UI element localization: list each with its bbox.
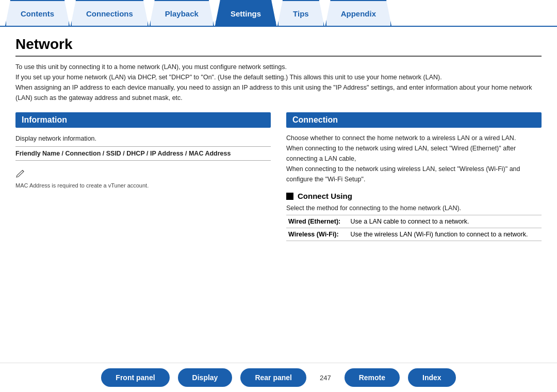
connection-line-1: Choose whether to connect the home netwo… <box>286 134 516 142</box>
information-body: Display network information. Friendly Na… <box>15 133 271 191</box>
connection-body: Choose whether to connect the home netwo… <box>286 133 542 184</box>
index-button[interactable]: Index <box>408 368 456 387</box>
information-section: Information Display network information.… <box>15 112 271 191</box>
tab-connections[interactable]: Connections <box>71 0 149 26</box>
rear-panel-button[interactable]: Rear panel <box>240 368 306 387</box>
mac-note: MAC Address is required to create a vTun… <box>15 182 271 189</box>
wired-desc: Use a LAN cable to connect to a network. <box>349 215 542 228</box>
front-panel-button[interactable]: Front panel <box>101 368 169 387</box>
fields-label: Friendly Name / Connection / SSID / DHCP… <box>15 146 271 161</box>
wireless-label: Wireless (Wi-Fi): <box>286 228 349 241</box>
page-number: 247 <box>315 374 336 382</box>
main-content: Network To use this unit by connecting i… <box>0 27 557 363</box>
connect-desc: Select the method for connecting to the … <box>286 204 542 212</box>
bottom-navigation: Front panel Display Rear panel 247 Remot… <box>0 363 557 392</box>
tab-playback[interactable]: Playback <box>150 0 214 26</box>
wired-label: Wired (Ethernet): <box>286 215 349 228</box>
connection-line-3: When connecting to the network using wir… <box>286 165 520 183</box>
display-text: Display network information. <box>15 135 271 142</box>
intro-text: To use this unit by connecting it to a h… <box>15 62 542 103</box>
display-button[interactable]: Display <box>178 368 233 387</box>
intro-line-1: To use this unit by connecting it to a h… <box>15 63 287 71</box>
tab-settings[interactable]: Settings <box>215 0 276 26</box>
table-row: Wireless (Wi-Fi): Use the wireless LAN (… <box>286 228 542 241</box>
connection-line-2: When connecting to the network using wir… <box>286 145 516 162</box>
connect-using-label: Connect Using <box>298 192 352 200</box>
tab-contents[interactable]: Contents <box>5 0 70 26</box>
intro-line-3: When assigning an IP address to each dev… <box>15 84 532 101</box>
connect-using-title: Connect Using <box>286 192 542 200</box>
information-header: Information <box>15 112 271 128</box>
connection-section: Connection Choose whether to connect the… <box>286 112 542 241</box>
tab-tips[interactable]: Tips <box>277 0 324 26</box>
pencil-icon <box>15 168 26 178</box>
intro-line-2: If you set up your home network (LAN) vi… <box>15 74 442 81</box>
connection-header: Connection <box>286 112 542 128</box>
tab-appendix[interactable]: Appendix <box>325 0 391 26</box>
top-navigation: Contents Connections Playback Settings T… <box>0 0 557 27</box>
table-row: Wired (Ethernet): Use a LAN cable to con… <box>286 215 542 228</box>
remote-button[interactable]: Remote <box>345 368 400 387</box>
wireless-desc: Use the wireless LAN (Wi-Fi) function to… <box>349 228 542 241</box>
page-title: Network <box>15 36 542 57</box>
connect-options-table: Wired (Ethernet): Use a LAN cable to con… <box>286 215 542 241</box>
two-column-layout: Information Display network information.… <box>15 112 542 241</box>
